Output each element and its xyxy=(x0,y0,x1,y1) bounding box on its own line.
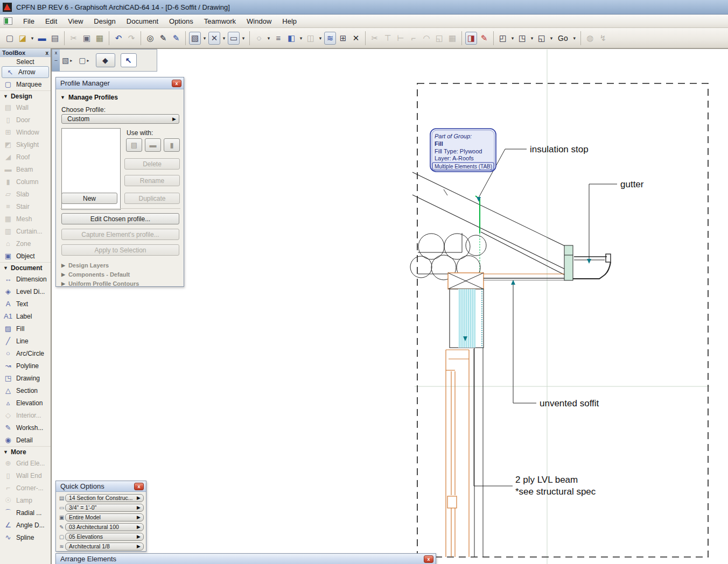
menu-view[interactable]: View xyxy=(62,16,88,27)
toolbox-item-arrow[interactable]: ↖Arrow xyxy=(2,66,49,78)
toolbox-item-angle-d[interactable]: ∠Angle D... xyxy=(0,519,51,531)
quick-options-select[interactable]: Architectural 1/8▶ xyxy=(65,542,144,551)
go-button[interactable]: Go xyxy=(555,32,571,45)
toolbox-item-elevation[interactable]: ▵Elevation xyxy=(0,397,51,409)
arrow-tool-button[interactable]: ↖ xyxy=(121,53,137,67)
cut-icon[interactable]: ✂ xyxy=(68,32,80,45)
toolbox-item-drawing[interactable]: ◳Drawing xyxy=(0,372,51,384)
gravity-icon[interactable]: ◌ xyxy=(253,32,265,45)
close-icon[interactable]: x xyxy=(172,80,181,87)
paste-icon[interactable]: ▦ xyxy=(94,32,106,45)
apply-to-selection-button[interactable]: Apply to Selection xyxy=(61,244,179,256)
multiply-icon[interactable]: ▦ xyxy=(446,32,458,45)
gravity-dropdown-icon[interactable]: ▾ xyxy=(265,36,272,41)
menu-edit[interactable]: Edit xyxy=(40,16,62,27)
toolbox-item-marquee[interactable]: ▢Marquee xyxy=(0,78,51,90)
marquee-arrow-icon[interactable]: ▧ xyxy=(62,56,69,65)
document-menu-icon[interactable] xyxy=(4,17,12,25)
save-icon[interactable]: ▬ xyxy=(36,32,48,45)
toolbox-item-text[interactable]: AText xyxy=(0,298,51,310)
toolbox-section-more[interactable]: ▼More xyxy=(0,446,51,457)
pickup-parameters-icon[interactable]: ✎ xyxy=(157,32,169,45)
marquee-mode-icon[interactable]: ▧ xyxy=(189,32,201,45)
edit-chosen-profile-button[interactable]: Edit Chosen profile... xyxy=(61,213,179,224)
undo-icon[interactable]: ↶ xyxy=(113,32,124,45)
menu-design[interactable]: Design xyxy=(88,16,121,27)
menu-document[interactable]: Document xyxy=(121,16,164,27)
toolbox-item-radial[interactable]: ⌒Radial ... xyxy=(0,506,51,519)
use-with-beam-button[interactable]: ▬ xyxy=(145,138,161,152)
close-x-icon[interactable]: ✕ xyxy=(350,32,362,45)
toolbox-section-document[interactable]: ▼Document xyxy=(0,262,51,273)
walkthrough-icon[interactable]: ↯ xyxy=(597,32,609,45)
use-with-wall-button[interactable]: ▤ xyxy=(126,138,142,152)
profile-select[interactable]: Custom ▶ xyxy=(61,114,179,124)
rename-button[interactable]: Rename xyxy=(124,175,180,186)
resize-icon[interactable]: ◱ xyxy=(433,32,445,45)
close-icon[interactable]: x xyxy=(424,555,433,563)
menu-options[interactable]: Options xyxy=(164,16,199,27)
infobox-grip[interactable]: x _ xyxy=(52,50,60,71)
wall-cleanup-dropdown-icon[interactable]: ▾ xyxy=(317,36,324,41)
close-icon[interactable]: x xyxy=(134,483,144,490)
toolbox-item-polyline[interactable]: ↝Polyline xyxy=(0,359,51,372)
toolbox-item-detail[interactable]: ◉Detail xyxy=(0,434,51,446)
toolbox-item-label[interactable]: A1Label xyxy=(0,310,51,322)
guide-lines-icon[interactable]: ≡ xyxy=(272,32,284,45)
new-window-icon[interactable]: ◱ xyxy=(536,32,548,45)
arrange-elements-titlebar[interactable]: Arrange Elements x xyxy=(56,554,436,564)
toolbox-close-icon[interactable]: x xyxy=(45,50,48,56)
copy-icon[interactable]: ▣ xyxy=(81,32,93,45)
print-icon[interactable]: ▤ xyxy=(49,32,61,45)
marquee-mode-dropdown-icon[interactable]: ▾ xyxy=(201,36,208,41)
toolbox-item-arc-circle[interactable]: ○Arc/Circle xyxy=(0,347,51,359)
toolbox-item-worksh[interactable]: ✎Worksh... xyxy=(0,421,51,434)
popup-navigator-dropdown-icon[interactable]: ▾ xyxy=(509,36,516,41)
toolbox-section-design[interactable]: ▼Design xyxy=(0,90,51,101)
toolbox-item-object[interactable]: ▣Object xyxy=(0,250,51,262)
redo-icon[interactable]: ↷ xyxy=(125,32,137,45)
profile-manager-titlebar[interactable]: Profile Manager x xyxy=(56,77,184,89)
cursor-snap-icon[interactable]: ▭ xyxy=(228,32,240,45)
toolbox-item-dimension[interactable]: ↔Dimension xyxy=(0,273,51,285)
snap-point-dropdown-icon[interactable]: ▾ xyxy=(221,36,227,41)
inject-parameters-icon[interactable]: ✎ xyxy=(170,32,182,45)
publish-icon[interactable]: ◍ xyxy=(584,32,596,45)
toolbox-item-level-di[interactable]: ◈Level Di... xyxy=(0,285,51,298)
open-folder-dropdown-icon[interactable]: ▾ xyxy=(29,36,36,41)
renovation-filter-icon[interactable]: ≋ xyxy=(324,32,336,45)
duplicate-button[interactable]: Duplicate xyxy=(124,193,180,204)
quick-options-select[interactable]: 03 Architectural 100▶ xyxy=(65,523,144,531)
menu-window[interactable]: Window xyxy=(241,16,277,27)
layers-icon[interactable]: ◧ xyxy=(285,32,297,45)
uniform-profile-contours-section[interactable]: ▶ Uniform Profile Contours xyxy=(61,280,139,287)
popup-navigator-icon[interactable]: ◰ xyxy=(497,32,509,45)
menu-teamwork[interactable]: Teamwork xyxy=(199,16,241,27)
new-window-dropdown-icon[interactable]: ▾ xyxy=(548,36,555,41)
menu-file[interactable]: File xyxy=(18,16,40,27)
quick-options-select[interactable]: 14 Section for Construc...▶ xyxy=(65,494,144,502)
go-button-dropdown-icon[interactable]: ▾ xyxy=(571,36,578,41)
split-icon[interactable]: ✂ xyxy=(369,32,381,45)
toolbox-item-section[interactable]: △Section xyxy=(0,384,51,397)
components-section[interactable]: ▶ Components - Default xyxy=(61,271,130,278)
use-with-column-button[interactable]: ▮ xyxy=(164,138,180,152)
flyout-arrow-icon[interactable]: ▸ xyxy=(70,58,72,63)
flyout-arrow-icon[interactable]: ▸ xyxy=(87,58,89,63)
delete-button[interactable]: Delete xyxy=(124,158,180,170)
infobox-close-icon[interactable]: x xyxy=(55,50,58,55)
fillet-icon[interactable]: ◠ xyxy=(421,32,432,45)
capture-profile-button[interactable]: Capture Element's profile... xyxy=(61,229,179,240)
intersect-icon[interactable]: ⌐ xyxy=(408,32,419,45)
new-button[interactable]: New xyxy=(61,193,117,204)
design-layers-section[interactable]: ▶ Design Layers xyxy=(61,262,109,269)
eraser-tool-button[interactable]: ◆ xyxy=(96,53,115,67)
selection-rect-icon[interactable]: ▢ xyxy=(79,56,86,65)
organizer-dropdown-icon[interactable]: ▾ xyxy=(529,36,535,41)
menu-help[interactable]: Help xyxy=(277,16,302,27)
autogroup-icon[interactable]: ◨ xyxy=(465,32,477,45)
adjust-icon[interactable]: ⊤ xyxy=(382,32,394,45)
cursor-snap-dropdown-icon[interactable]: ▾ xyxy=(240,36,247,41)
open-folder-icon[interactable]: ◪ xyxy=(17,32,29,45)
trim-icon[interactable]: ⊢ xyxy=(395,32,407,45)
